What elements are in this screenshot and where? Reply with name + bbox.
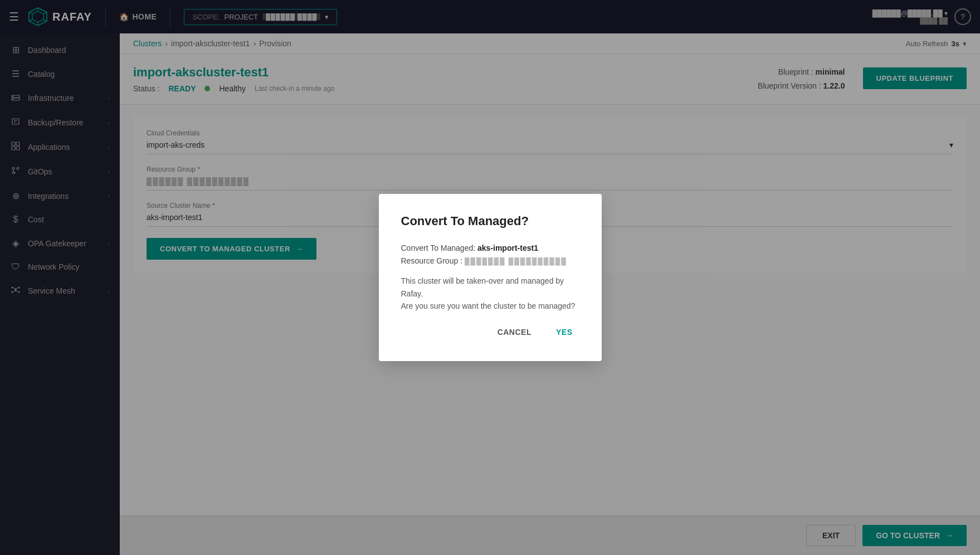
convert-managed-dialog: Convert To Managed? Convert To Managed: … xyxy=(379,194,602,362)
cancel-button[interactable]: CANCEL xyxy=(491,323,538,341)
dialog-resource-group: Resource Group : ███████ ██████████ xyxy=(401,255,579,268)
dialog-rg-value: ███████ ██████████ xyxy=(465,257,567,265)
dialog-description: This cluster will be taken-over and mana… xyxy=(401,275,579,312)
dialog-actions: CANCEL YES xyxy=(401,323,579,341)
yes-button[interactable]: YES xyxy=(549,323,579,341)
dialog-convert-to: Convert To Managed: aks-import-test1 xyxy=(401,242,579,255)
dialog-body: Convert To Managed: aks-import-test1 Res… xyxy=(401,242,579,313)
modal-overlay[interactable]: Convert To Managed? Convert To Managed: … xyxy=(0,0,980,555)
dialog-title: Convert To Managed? xyxy=(401,214,579,228)
dialog-cluster-name: aks-import-test1 xyxy=(477,244,538,252)
